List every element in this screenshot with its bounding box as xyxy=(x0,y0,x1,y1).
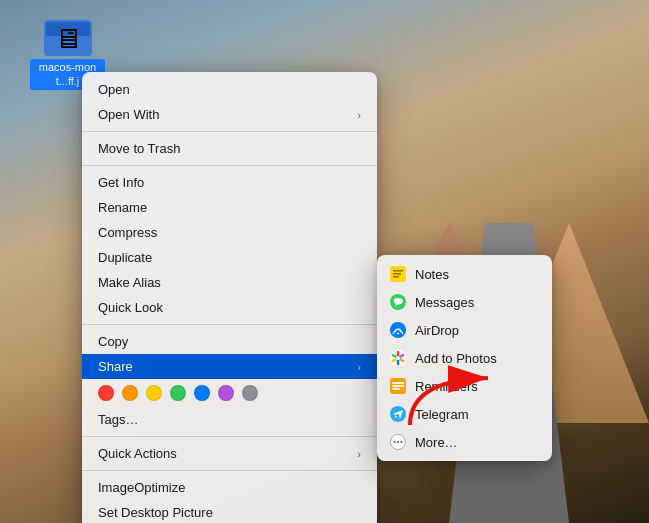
menu-item-share[interactable]: Share › xyxy=(82,354,377,379)
menu-item-get-info[interactable]: Get Info xyxy=(82,170,377,195)
submenu-arrow-icon: › xyxy=(357,109,361,121)
tag-dot-green[interactable] xyxy=(170,385,186,401)
submenu-item-notes[interactable]: Notes xyxy=(377,260,552,288)
svg-point-17 xyxy=(401,441,403,443)
tag-dot-red[interactable] xyxy=(98,385,114,401)
svg-point-16 xyxy=(397,441,399,443)
separator-3 xyxy=(82,324,377,325)
menu-item-quick-look[interactable]: Quick Look xyxy=(82,295,377,320)
photos-icon xyxy=(389,349,407,367)
menu-item-open[interactable]: Open xyxy=(82,77,377,102)
tag-dot-yellow[interactable] xyxy=(146,385,162,401)
menu-item-duplicate[interactable]: Duplicate xyxy=(82,245,377,270)
svg-rect-12 xyxy=(392,388,400,390)
menu-item-rename[interactable]: Rename xyxy=(82,195,377,220)
submenu-item-messages[interactable]: Messages xyxy=(377,288,552,316)
menu-item-open-with[interactable]: Open With › xyxy=(82,102,377,127)
separator-2 xyxy=(82,165,377,166)
svg-point-6 xyxy=(397,333,399,335)
notes-icon xyxy=(389,265,407,283)
submenu-item-more[interactable]: More… xyxy=(377,428,552,456)
menu-item-set-desktop[interactable]: Set Desktop Picture xyxy=(82,500,377,523)
share-submenu-arrow-icon: › xyxy=(357,361,361,373)
tag-dot-gray[interactable] xyxy=(242,385,258,401)
menu-item-compress[interactable]: Compress xyxy=(82,220,377,245)
tag-dot-orange[interactable] xyxy=(122,385,138,401)
menu-item-imageoptimize[interactable]: ImageOptimize xyxy=(82,475,377,500)
tag-dot-purple[interactable] xyxy=(218,385,234,401)
menu-item-tags[interactable]: Tags… xyxy=(82,407,377,432)
separator-1 xyxy=(82,131,377,132)
separator-4 xyxy=(82,436,377,437)
svg-rect-3 xyxy=(393,276,399,278)
messages-icon xyxy=(389,293,407,311)
tag-dot-blue[interactable] xyxy=(194,385,210,401)
svg-rect-2 xyxy=(393,273,401,275)
context-menu: Open Open With › Move to Trash Get Info … xyxy=(82,72,377,523)
svg-point-15 xyxy=(394,441,396,443)
submenu-item-telegram[interactable]: Telegram xyxy=(377,400,552,428)
submenu-item-airdrop[interactable]: AirDrop xyxy=(377,316,552,344)
more-icon xyxy=(389,433,407,451)
quick-actions-arrow-icon: › xyxy=(357,448,361,460)
separator-5 xyxy=(82,470,377,471)
svg-point-5 xyxy=(390,322,406,338)
submenu-item-reminders[interactable]: Reminders xyxy=(377,372,552,400)
svg-point-8 xyxy=(396,356,400,360)
tag-color-dots-row xyxy=(82,379,377,407)
telegram-icon xyxy=(389,405,407,423)
svg-rect-1 xyxy=(393,270,403,272)
svg-rect-10 xyxy=(392,382,404,384)
reminders-icon xyxy=(389,377,407,395)
menu-item-move-to-trash[interactable]: Move to Trash xyxy=(82,136,377,161)
menu-item-copy[interactable]: Copy xyxy=(82,329,377,354)
svg-rect-11 xyxy=(392,385,404,387)
airdrop-icon xyxy=(389,321,407,339)
menu-item-quick-actions[interactable]: Quick Actions › xyxy=(82,441,377,466)
submenu-item-add-to-photos[interactable]: Add to Photos xyxy=(377,344,552,372)
menu-item-make-alias[interactable]: Make Alias xyxy=(82,270,377,295)
file-icon-image: 🖥 xyxy=(44,20,92,56)
share-submenu: Notes Messages AirDrop xyxy=(377,255,552,461)
